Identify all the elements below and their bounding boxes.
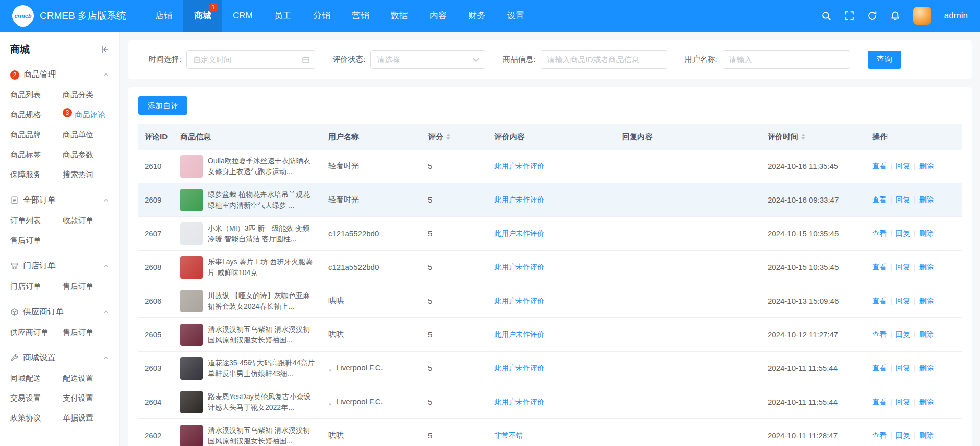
sidebar-item[interactable]: 保障服务 bbox=[10, 165, 63, 185]
time-range-input[interactable] bbox=[186, 50, 315, 69]
sidebar-item[interactable]: 门店订单 bbox=[10, 277, 63, 296]
fullscreen-icon[interactable] bbox=[844, 11, 854, 21]
view-link[interactable]: 查看 bbox=[872, 162, 887, 170]
row-actions: 查看|回复|删除 bbox=[866, 296, 962, 306]
review-content-link[interactable]: 此用户未作评价 bbox=[494, 398, 544, 406]
sidebar-item[interactable]: 商品参数 bbox=[63, 145, 115, 165]
search-icon[interactable] bbox=[821, 11, 831, 21]
sidebar-item[interactable]: 同城配送 bbox=[10, 368, 63, 388]
sort-control[interactable] bbox=[446, 134, 450, 140]
reply-link[interactable]: 回复 bbox=[896, 364, 910, 372]
status-select-input[interactable] bbox=[370, 50, 485, 69]
sidebar-item[interactable]: 3 商品评论 bbox=[63, 105, 115, 125]
delete-link[interactable]: 删除 bbox=[919, 229, 934, 237]
delete-link[interactable]: 删除 bbox=[919, 162, 934, 170]
view-link[interactable]: 查看 bbox=[872, 296, 887, 305]
review-content-link[interactable]: 此用户未作评价 bbox=[494, 296, 544, 305]
review-content-link[interactable]: 此用户未作评价 bbox=[494, 229, 544, 237]
reply-link[interactable]: 回复 bbox=[896, 263, 910, 271]
sidebar-item[interactable]: 支付设置 bbox=[63, 388, 115, 408]
bell-icon[interactable] bbox=[890, 11, 900, 21]
view-link[interactable]: 查看 bbox=[872, 398, 887, 406]
sort-control[interactable] bbox=[801, 134, 805, 140]
reply-link[interactable]: 回复 bbox=[896, 398, 910, 406]
sidebar-item[interactable]: 交易设置 bbox=[10, 388, 63, 408]
sidebar-item[interactable]: 供应商订单 bbox=[10, 323, 63, 342]
sidebar-section-header[interactable]: 门店订单 bbox=[0, 255, 119, 277]
sidebar-item[interactable]: 政策协议 bbox=[10, 408, 63, 428]
review-content-link[interactable]: 此用户未作评价 bbox=[494, 330, 544, 338]
sidebar-section-header[interactable]: 2 商品管理 bbox=[0, 63, 119, 85]
collapse-sidebar-icon[interactable] bbox=[100, 45, 109, 54]
top-nav-item[interactable]: 设置 bbox=[496, 0, 535, 32]
sidebar-item[interactable]: 商品品牌 bbox=[10, 125, 63, 145]
user-search-input[interactable] bbox=[723, 50, 850, 69]
user-search-wrap[interactable] bbox=[723, 50, 850, 69]
product-search-input[interactable] bbox=[541, 50, 667, 69]
sidebar-item[interactable]: 售后订单 bbox=[10, 231, 63, 251]
review-content-link[interactable]: 此用户未作评价 bbox=[494, 162, 544, 170]
sidebar-item[interactable]: 商品规格 bbox=[10, 105, 63, 125]
add-self-review-button[interactable]: 添加自评 bbox=[138, 96, 187, 115]
action-separator: | bbox=[890, 229, 892, 237]
reply-link[interactable]: 回复 bbox=[896, 330, 910, 338]
reply-link[interactable]: 回复 bbox=[896, 296, 910, 305]
reply-link[interactable]: 回复 bbox=[896, 195, 910, 204]
sidebar-item[interactable]: 单据设置 bbox=[63, 408, 115, 428]
top-nav-item[interactable]: 员工 bbox=[264, 0, 302, 32]
status-select[interactable] bbox=[370, 50, 485, 69]
reply-link[interactable]: 回复 bbox=[896, 229, 910, 237]
refresh-icon[interactable] bbox=[867, 11, 877, 21]
top-nav-item[interactable]: 营销 bbox=[341, 0, 380, 32]
top-nav-item[interactable]: 分销 bbox=[302, 0, 341, 32]
review-content-link[interactable]: 此用户未作评价 bbox=[494, 263, 544, 271]
sidebar-item[interactable]: 售后订单 bbox=[63, 277, 115, 296]
sidebar-section: 商城设置 同城配送 配送设置 交易设置 支付设置 政策协议 单据设置 bbox=[0, 346, 119, 432]
top-nav-item[interactable]: 数据 bbox=[380, 0, 419, 32]
side-item-label: 供应商订单 bbox=[10, 328, 49, 336]
view-link[interactable]: 查看 bbox=[872, 263, 887, 271]
sidebar-section-header[interactable]: 供应商订单 bbox=[0, 301, 119, 323]
delete-link[interactable]: 删除 bbox=[919, 330, 934, 338]
top-nav-item[interactable]: 商城 1 bbox=[183, 0, 222, 32]
review-content-link[interactable]: 此用户未作评价 bbox=[494, 364, 544, 372]
top-nav-item[interactable]: CRM bbox=[222, 0, 264, 32]
top-nav-item[interactable]: 内容 bbox=[419, 0, 458, 32]
sidebar-item[interactable]: 商品标签 bbox=[10, 145, 63, 165]
reply-link[interactable]: 回复 bbox=[896, 162, 910, 170]
review-content-link[interactable]: 此用户未作评价 bbox=[494, 195, 544, 204]
view-link[interactable]: 查看 bbox=[872, 364, 887, 372]
side-item-label: 商品评论 bbox=[75, 110, 105, 119]
reply-link[interactable]: 回复 bbox=[896, 431, 910, 439]
sidebar-item[interactable]: 订单列表 bbox=[10, 211, 63, 231]
sidebar-section-header[interactable]: 全部订单 bbox=[0, 189, 119, 211]
top-nav-item[interactable]: 店铺 bbox=[145, 0, 183, 32]
sidebar-item[interactable]: 商品分类 bbox=[63, 85, 115, 105]
sidebar-section-header[interactable]: 商城设置 bbox=[0, 346, 119, 368]
review-content-link[interactable]: 非常不错 bbox=[494, 431, 523, 439]
delete-link[interactable]: 删除 bbox=[919, 364, 934, 372]
delete-link[interactable]: 删除 bbox=[919, 431, 934, 439]
sidebar-item[interactable]: 收款订单 bbox=[63, 211, 115, 231]
view-link[interactable]: 查看 bbox=[872, 229, 887, 237]
view-link[interactable]: 查看 bbox=[872, 431, 887, 439]
product-search-wrap[interactable] bbox=[541, 50, 667, 69]
view-link[interactable]: 查看 bbox=[872, 195, 887, 204]
delete-link[interactable]: 删除 bbox=[919, 195, 934, 204]
sidebar-item[interactable]: 商品单位 bbox=[63, 125, 115, 145]
sidebar-item[interactable]: 配送设置 bbox=[63, 368, 115, 388]
sidebar-item[interactable]: 商品列表 bbox=[10, 85, 63, 105]
time-range-picker[interactable] bbox=[186, 50, 315, 69]
sidebar-item[interactable]: 售后订单 bbox=[63, 323, 115, 342]
search-button[interactable]: 查询 bbox=[868, 51, 901, 69]
sidebar-item[interactable]: 搜索热词 bbox=[63, 165, 115, 185]
delete-link[interactable]: 删除 bbox=[919, 263, 934, 271]
user-avatar[interactable] bbox=[913, 7, 931, 25]
view-link[interactable]: 查看 bbox=[872, 330, 887, 338]
cell-review-id: 2606 bbox=[138, 296, 174, 305]
top-nav-item[interactable]: 财务 bbox=[458, 0, 496, 32]
delete-link[interactable]: 删除 bbox=[919, 296, 934, 305]
delete-link[interactable]: 删除 bbox=[919, 398, 934, 406]
top-nav: 店铺 商城 1 CRM 员工 分销 营销 数据 内容 财务 设置 bbox=[145, 0, 535, 32]
username[interactable]: admin bbox=[944, 11, 968, 21]
